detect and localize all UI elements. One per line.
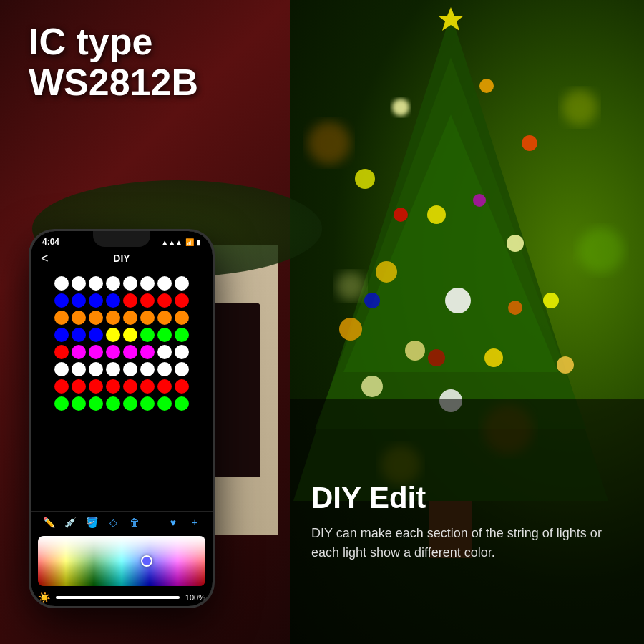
color-dot[interactable] <box>89 311 103 325</box>
color-dot[interactable] <box>140 276 155 291</box>
color-dot[interactable] <box>54 379 69 394</box>
color-dot[interactable] <box>72 396 86 411</box>
color-dot[interactable] <box>106 293 120 308</box>
svg-point-19 <box>308 122 351 165</box>
phone-notch <box>93 231 150 247</box>
color-dot[interactable] <box>89 328 103 342</box>
color-dot[interactable] <box>106 311 120 325</box>
dot-row <box>38 293 205 308</box>
color-dot[interactable] <box>140 396 155 411</box>
color-dot[interactable] <box>72 311 86 325</box>
color-dot[interactable] <box>89 293 103 308</box>
heart-icon[interactable]: ♥ <box>167 516 180 529</box>
color-dot[interactable] <box>175 293 189 308</box>
brightness-track[interactable] <box>56 596 180 599</box>
svg-point-7 <box>522 135 537 151</box>
svg-point-4 <box>392 99 409 116</box>
eyedropper-icon[interactable]: 💉 <box>64 516 77 529</box>
dot-row <box>38 379 205 394</box>
svg-point-10 <box>507 235 524 252</box>
color-dot[interactable] <box>175 311 189 325</box>
svg-point-12 <box>543 293 559 308</box>
svg-marker-2 <box>343 114 558 372</box>
color-dot[interactable] <box>72 328 86 342</box>
color-dot[interactable] <box>157 362 172 376</box>
color-dot[interactable] <box>140 311 155 325</box>
color-dot[interactable] <box>89 345 103 359</box>
color-dot[interactable] <box>175 379 189 394</box>
color-dot[interactable] <box>89 396 103 411</box>
trash-icon[interactable]: 🗑 <box>128 516 141 529</box>
back-button[interactable]: < <box>41 251 49 266</box>
edit-tools: ✏️ 💉 🪣 ◇ 🗑 <box>42 516 141 529</box>
color-dot[interactable] <box>123 379 137 394</box>
color-dot[interactable] <box>89 276 103 291</box>
color-dot[interactable] <box>123 396 137 411</box>
color-dot[interactable] <box>175 328 189 342</box>
color-dot[interactable] <box>54 362 69 376</box>
color-dot[interactable] <box>157 328 172 342</box>
svg-point-17 <box>557 356 574 374</box>
color-dot-grid[interactable] <box>31 270 213 511</box>
color-dot[interactable] <box>72 379 86 394</box>
color-dot[interactable] <box>54 328 69 342</box>
battery-icon: ▮ <box>197 238 201 246</box>
fill-icon[interactable]: 🪣 <box>85 516 98 529</box>
eraser-icon[interactable]: ◇ <box>107 516 119 529</box>
color-dot[interactable] <box>140 379 155 394</box>
color-dot[interactable] <box>106 396 120 411</box>
color-dot[interactable] <box>157 311 172 325</box>
color-dot[interactable] <box>157 345 172 359</box>
color-picker[interactable] <box>38 536 205 586</box>
color-dot[interactable] <box>54 345 69 359</box>
color-dot[interactable] <box>123 293 137 308</box>
color-dot[interactable] <box>175 345 189 359</box>
color-dot[interactable] <box>89 362 103 376</box>
color-dot[interactable] <box>72 293 86 308</box>
color-picker-overlay <box>38 536 205 586</box>
svg-point-6 <box>355 169 375 189</box>
color-dot[interactable] <box>106 379 120 394</box>
color-dot[interactable] <box>72 345 86 359</box>
nav-title: DIY <box>113 253 130 264</box>
signal-icon: ▲▲▲ <box>161 238 182 246</box>
color-dot[interactable] <box>140 362 155 376</box>
color-dot[interactable] <box>123 345 137 359</box>
color-dot[interactable] <box>157 396 172 411</box>
pencil-icon[interactable]: ✏️ <box>42 516 55 529</box>
color-dot[interactable] <box>123 328 137 342</box>
color-dot[interactable] <box>54 293 69 308</box>
color-dot[interactable] <box>123 276 137 291</box>
dot-row <box>38 328 205 342</box>
color-dot[interactable] <box>140 345 155 359</box>
color-dot[interactable] <box>157 379 172 394</box>
color-dot[interactable] <box>89 379 103 394</box>
color-dot[interactable] <box>175 396 189 411</box>
color-dot[interactable] <box>72 362 86 376</box>
svg-point-11 <box>339 318 362 341</box>
color-dot[interactable] <box>175 276 189 291</box>
color-dot[interactable] <box>106 276 120 291</box>
action-tools: ♥ + <box>167 516 201 529</box>
color-dot[interactable] <box>106 362 120 376</box>
color-dot[interactable] <box>140 293 155 308</box>
svg-point-16 <box>361 376 383 397</box>
svg-point-20 <box>562 89 597 125</box>
color-dot[interactable] <box>54 311 69 325</box>
color-dot[interactable] <box>157 293 172 308</box>
color-dot[interactable] <box>54 276 69 291</box>
color-dot[interactable] <box>106 345 120 359</box>
color-dot[interactable] <box>157 276 172 291</box>
color-dot[interactable] <box>175 362 189 376</box>
color-dot[interactable] <box>123 362 137 376</box>
color-dot[interactable] <box>72 276 86 291</box>
add-icon[interactable]: + <box>188 516 201 529</box>
svg-point-8 <box>427 205 446 224</box>
color-dot[interactable] <box>123 311 137 325</box>
color-dot[interactable] <box>54 396 69 411</box>
color-dot[interactable] <box>106 328 120 342</box>
color-dot[interactable] <box>140 328 155 342</box>
svg-point-30 <box>428 349 445 366</box>
svg-point-24 <box>336 272 365 301</box>
color-cursor[interactable] <box>141 555 152 567</box>
